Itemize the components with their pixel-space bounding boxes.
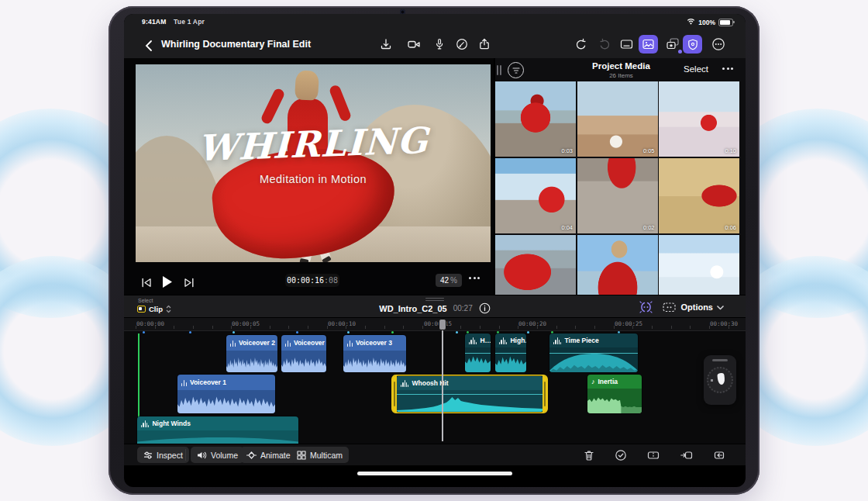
- clip-label: Voiceover 1: [190, 378, 226, 386]
- ruler-tick: 00:00:25: [615, 320, 642, 327]
- ipad-device-frame: 9:41AM Tue 1 Apr 100% Whirling Documenta…: [108, 6, 760, 495]
- storyline-icon[interactable]: [661, 299, 677, 315]
- append-clip-icon[interactable]: [711, 447, 727, 463]
- animate-button[interactable]: Animate: [240, 447, 297, 463]
- clip-inertia[interactable]: ♪Inertia: [587, 375, 642, 413]
- magnetic-timeline-icon[interactable]: [638, 299, 653, 315]
- trim-handle-left[interactable]: [392, 376, 397, 412]
- media-thumbnail[interactable]: [659, 235, 739, 295]
- approve-icon[interactable]: [613, 447, 629, 463]
- insert-clip-icon[interactable]: [679, 447, 694, 463]
- media-browser-button[interactable]: [639, 35, 658, 54]
- clip-voiceover-2[interactable]: Voiceover 2: [281, 335, 326, 372]
- clip-label: Voiceover 2: [239, 339, 275, 347]
- skip-to-start-icon[interactable]: [140, 275, 153, 289]
- clip-duration-badge: 0:06: [725, 224, 736, 231]
- media-thumbnail[interactable]: 0:05: [577, 81, 658, 157]
- volume-button[interactable]: Volume: [191, 447, 244, 463]
- play-button[interactable]: [159, 274, 174, 289]
- share-icon[interactable]: [477, 36, 492, 52]
- dancer-arm: [329, 84, 353, 123]
- titles-icon[interactable]: [618, 36, 634, 52]
- effects-button[interactable]: [683, 35, 702, 54]
- clip-voiceover-2[interactable]: Voiceover 2: [226, 335, 277, 372]
- redo-icon[interactable]: [596, 36, 611, 52]
- stock-media-icon[interactable]: [663, 35, 682, 54]
- split-clip-icon[interactable]: [646, 447, 661, 463]
- media-thumbnail[interactable]: 0:06: [659, 158, 739, 233]
- playhead[interactable]: [442, 319, 443, 441]
- timeline[interactable]: 00:00:00 00:00:05 00:00:10 00:00:15 00:0…: [124, 318, 746, 444]
- playhead-handle[interactable]: [439, 319, 446, 330]
- marker-dot: [456, 331, 458, 333]
- dancer-arm: [260, 87, 286, 125]
- timecode-display[interactable]: 00:00:16:08: [285, 274, 339, 287]
- ruler-tick: 00:00:05: [232, 320, 260, 327]
- clip-high[interactable]: High…: [495, 333, 526, 372]
- clip-label: Night Winds: [152, 420, 191, 427]
- jog-drag-handle[interactable]: [712, 359, 728, 361]
- soundwave-icon: [401, 380, 408, 387]
- marker-dot: [296, 331, 298, 333]
- timeline-header: Select Clip WD_Intro_C2_05 00:27: [124, 295, 746, 318]
- info-icon[interactable]: [479, 302, 491, 314]
- viewer-more-icon[interactable]: [469, 277, 480, 279]
- options-button[interactable]: Options: [680, 295, 725, 319]
- soundwave-icon: [499, 337, 507, 344]
- inspect-button[interactable]: Inspect: [137, 447, 189, 463]
- clip-duration: 00:27: [453, 304, 473, 313]
- back-button[interactable]: [141, 38, 157, 54]
- clip-night-winds[interactable]: Night Winds: [137, 416, 298, 444]
- clip-time-piece[interactable]: Time Piece: [549, 333, 638, 372]
- marker-dot: [232, 331, 235, 333]
- select-button[interactable]: Select: [684, 64, 708, 74]
- video-preview[interactable]: WHIRLING Meditation in Motion: [136, 64, 491, 262]
- delete-icon[interactable]: [581, 447, 597, 463]
- record-video-icon[interactable]: [406, 36, 422, 52]
- jog-wheel-panel[interactable]: [704, 355, 736, 405]
- dancer-hat: [294, 70, 319, 101]
- jog-dial[interactable]: [707, 367, 733, 393]
- clip-label: Whoosh Hit: [412, 379, 448, 387]
- trim-handle-right[interactable]: [542, 376, 547, 412]
- media-thumbnail[interactable]: [577, 235, 658, 295]
- home-indicator[interactable]: [357, 472, 512, 475]
- media-thumbnail[interactable]: 0:10: [659, 81, 739, 157]
- ruler-tick: 00:00:10: [328, 320, 356, 327]
- microphone-icon: [181, 379, 187, 386]
- more-options-icon[interactable]: [711, 36, 726, 52]
- ruler-tick: 00:00:30: [710, 320, 738, 327]
- dial-pointer: [717, 373, 725, 385]
- media-thumbnail[interactable]: 0:03: [495, 81, 576, 157]
- clip-voiceover-1[interactable]: Voiceover 1: [177, 375, 275, 413]
- multicam-button[interactable]: Multicam: [291, 447, 349, 463]
- inspector-icon: [143, 451, 153, 460]
- record-audio-icon[interactable]: [432, 36, 447, 52]
- dial-tick: [711, 379, 713, 382]
- microphone-icon: [230, 340, 236, 347]
- soundwave-icon: [553, 337, 561, 344]
- media-more-icon[interactable]: [722, 61, 733, 75]
- ruler-tick: 00:00:20: [518, 320, 546, 327]
- status-bar-left: 9:41AM Tue 1 Apr: [142, 18, 205, 26]
- skip-to-end-icon[interactable]: [182, 275, 196, 289]
- import-media-icon[interactable]: [378, 36, 394, 52]
- clip-duration-badge: 0:02: [643, 224, 655, 231]
- app-screen: 9:41AM Tue 1 Apr 100% Whirling Documenta…: [124, 14, 746, 487]
- media-thumbnail[interactable]: 0:04: [495, 158, 576, 233]
- zoom-level-control[interactable]: 42%: [436, 274, 462, 287]
- media-thumbnail[interactable]: [495, 235, 576, 295]
- clip-duration-badge: 0:04: [561, 224, 573, 231]
- draw-tool-icon[interactable]: [454, 36, 470, 52]
- undo-icon[interactable]: [574, 36, 589, 52]
- clip-voiceover-3[interactable]: Voiceover 3: [343, 335, 406, 372]
- microphone-icon: [285, 340, 291, 347]
- soundwave-icon: [141, 420, 149, 427]
- timeline-ruler[interactable]: 00:00:00 00:00:05 00:00:10 00:00:15 00:0…: [124, 318, 746, 331]
- battery-icon: [718, 19, 733, 26]
- clip-whoosh-hit-selected[interactable]: Whoosh Hit: [391, 375, 548, 413]
- media-thumbnail[interactable]: 0:02: [577, 158, 658, 233]
- button-label: Animate: [260, 451, 291, 460]
- clip-h[interactable]: H…: [465, 333, 491, 372]
- zoom-value: 42: [440, 276, 449, 285]
